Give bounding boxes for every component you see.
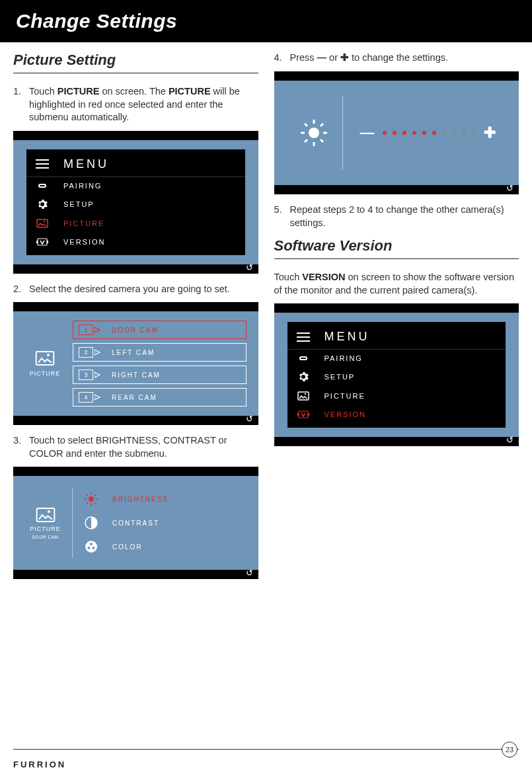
svg-point-8 bbox=[48, 510, 50, 513]
minus-button[interactable]: — bbox=[360, 124, 375, 141]
svg-point-6 bbox=[47, 354, 50, 356]
screenshot-menu-picture: MENU PAIRING SETUP bbox=[13, 131, 258, 274]
cam-label: RIGHT CAM bbox=[112, 371, 161, 379]
slider-dots[interactable] bbox=[383, 131, 476, 135]
svg-rect-3 bbox=[36, 241, 38, 243]
back-icon[interactable]: ↺ bbox=[246, 568, 253, 578]
camera-row-right[interactable]: 3 RIGHT CAM bbox=[73, 366, 247, 384]
bold-text: PICTURE bbox=[57, 86, 100, 97]
picture-icon bbox=[36, 507, 56, 523]
contrast-icon bbox=[82, 516, 100, 530]
cam-label: REAR CAM bbox=[112, 394, 157, 401]
svg-line-17 bbox=[95, 494, 96, 496]
menu-item-version[interactable]: VERSION bbox=[287, 405, 506, 424]
camera-icon: 3 bbox=[79, 370, 101, 380]
svg-point-20 bbox=[90, 543, 93, 545]
picsub-brightness[interactable]: BRIGHTNESS bbox=[82, 492, 247, 506]
picsub-color[interactable]: COLOR bbox=[82, 539, 247, 554]
content-area: Picture Setting Touch PICTURE on screen.… bbox=[0, 42, 532, 588]
slider-dot bbox=[412, 131, 416, 135]
slider-icon-box bbox=[286, 97, 343, 169]
cam-num: 1 bbox=[84, 327, 87, 333]
svg-line-28 bbox=[305, 124, 307, 126]
screenshot-brightness-slider: — ✚ ↺ bbox=[274, 71, 519, 194]
slider-dot bbox=[462, 131, 466, 135]
cam-num: 3 bbox=[84, 371, 87, 378]
section-heading-version: Software Version bbox=[274, 237, 519, 259]
step-text: Touch bbox=[29, 86, 57, 97]
picture-icon bbox=[297, 391, 310, 401]
step-text: on screen. The bbox=[99, 86, 169, 97]
back-icon[interactable]: ↺ bbox=[506, 183, 513, 193]
version-icon bbox=[297, 410, 310, 419]
cam-num: 2 bbox=[84, 349, 87, 356]
menu-item-pairing[interactable]: PAIRING bbox=[287, 350, 506, 367]
camera-row-rear[interactable]: 4 REAR CAM bbox=[73, 388, 247, 407]
hamburger-icon[interactable] bbox=[297, 332, 310, 342]
menu-label: PAIRING bbox=[63, 182, 102, 190]
svg-point-1 bbox=[44, 220, 45, 221]
picture-icon bbox=[35, 350, 55, 366]
menu-panel: MENU PAIRING SETUP bbox=[26, 149, 245, 255]
plus-button[interactable]: ✚ bbox=[484, 124, 496, 141]
back-icon[interactable]: ↺ bbox=[246, 262, 253, 272]
picture-sub-list: BRIGHTNESS CONTRAST COLOR bbox=[82, 488, 247, 558]
menu-item-version[interactable]: VERSION bbox=[26, 233, 245, 251]
menu-label: PAIRING bbox=[324, 354, 363, 362]
left-column: Picture Setting Touch PICTURE on screen.… bbox=[13, 52, 258, 588]
picture-icon bbox=[36, 219, 49, 228]
steps-list-left-2: Select the desired camera you are going … bbox=[13, 283, 258, 296]
svg-point-23 bbox=[309, 128, 319, 138]
slider-dot bbox=[472, 131, 476, 135]
version-icon bbox=[36, 237, 49, 247]
menu-item-picture[interactable]: PICTURE bbox=[26, 214, 245, 233]
slider-dot bbox=[383, 131, 387, 135]
hamburger-icon[interactable] bbox=[36, 159, 49, 169]
menu-item-setup[interactable]: SETUP bbox=[26, 194, 245, 214]
menu-label: PICTURE bbox=[63, 219, 104, 227]
cam-num: 4 bbox=[84, 394, 87, 401]
section-heading-picture: Picture Setting bbox=[13, 52, 258, 73]
svg-rect-36 bbox=[308, 413, 309, 416]
slider-dot bbox=[442, 131, 446, 135]
svg-point-33 bbox=[304, 393, 305, 395]
side-label-1: PICTURE bbox=[30, 526, 61, 532]
camera-list: 1 DOOR CAM 2 LEFT CAM bbox=[73, 321, 247, 407]
link-icon bbox=[297, 354, 310, 362]
step-2: Select the desired camera you are going … bbox=[13, 283, 258, 296]
camera-row-door[interactable]: 1 DOOR CAM bbox=[73, 321, 247, 339]
back-icon[interactable]: ↺ bbox=[506, 435, 513, 445]
steps-list-left-3: Touch to select BRIGHTNESS, CONTRAST or … bbox=[13, 434, 258, 460]
bold-text: PICTURE bbox=[169, 86, 211, 97]
steps-list-left: Touch PICTURE on screen. The PICTURE wil… bbox=[13, 85, 258, 124]
picsub-label: CONTRAST bbox=[112, 520, 159, 527]
gear-icon bbox=[36, 199, 49, 210]
menu-item-pairing[interactable]: PAIRING bbox=[26, 177, 245, 194]
menu-title-row: MENU bbox=[26, 153, 245, 177]
step-text: or bbox=[326, 52, 340, 63]
step-text: to change the settings. bbox=[349, 52, 448, 63]
menu-item-picture[interactable]: PICTURE bbox=[287, 387, 506, 405]
right-column: Press — or ✚ to change the settings. — ✚… bbox=[274, 52, 519, 588]
cam-label: LEFT CAM bbox=[112, 349, 155, 356]
camera-icon: 4 bbox=[79, 392, 101, 403]
picsub-contrast[interactable]: CONTRAST bbox=[82, 516, 247, 530]
svg-point-19 bbox=[85, 541, 97, 553]
text: Touch bbox=[274, 272, 303, 282]
step-text: Press bbox=[290, 52, 317, 63]
menu-title-row: MENU bbox=[287, 326, 506, 350]
camera-row-left[interactable]: 2 LEFT CAM bbox=[73, 343, 247, 362]
menu-item-setup[interactable]: SETUP bbox=[287, 367, 506, 387]
side-picture-label: PICTURE bbox=[25, 321, 65, 407]
svg-line-31 bbox=[321, 124, 323, 126]
steps-list-right-4: Press — or ✚ to change the settings. bbox=[274, 52, 519, 65]
screenshot-picture-submenu: PICTURE DOOR CAM BRIGHTNESS CONTR bbox=[13, 467, 258, 579]
menu-label: SETUP bbox=[63, 200, 95, 208]
slider-dot bbox=[432, 131, 436, 135]
back-icon[interactable]: ↺ bbox=[246, 414, 253, 424]
camera-icon: 2 bbox=[79, 347, 101, 358]
slider-dot bbox=[422, 131, 426, 135]
step-4: Press — or ✚ to change the settings. bbox=[274, 52, 519, 65]
brand-logo: FURRION bbox=[13, 760, 66, 769]
slider-dot bbox=[452, 131, 456, 135]
